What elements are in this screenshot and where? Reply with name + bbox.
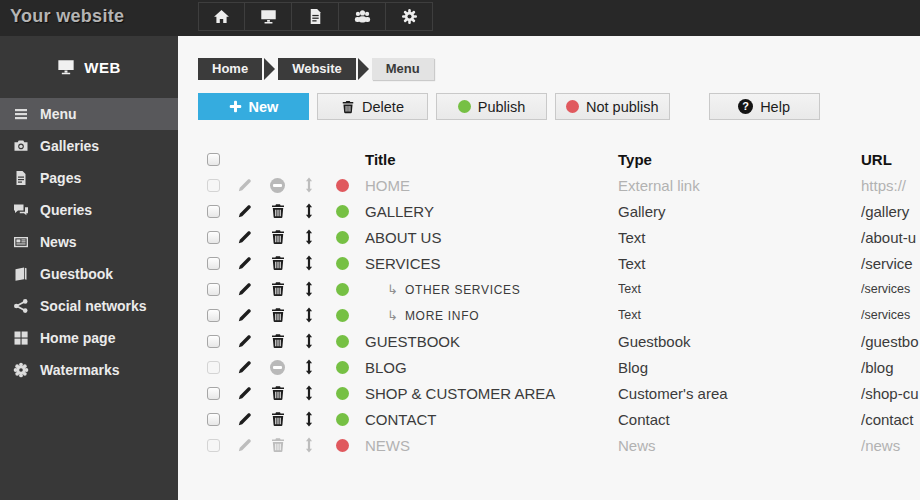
row-checkbox[interactable]: [207, 413, 220, 426]
edit-icon[interactable]: [237, 307, 253, 323]
table-row: GUESTBOOK Guestbook /guestbo: [198, 328, 920, 354]
sidebar-item-galleries[interactable]: Galleries: [0, 130, 178, 162]
edit-icon[interactable]: [237, 385, 253, 401]
status-dot: [336, 179, 349, 192]
row-checkbox[interactable]: [207, 361, 220, 374]
move-icon[interactable]: [301, 177, 317, 193]
button-label: Delete: [362, 99, 404, 115]
site-title: Your website: [10, 6, 124, 27]
breadcrumb-home[interactable]: Home: [198, 58, 262, 80]
pages-icon[interactable]: [292, 2, 339, 31]
edit-icon[interactable]: [237, 437, 253, 453]
main-content: Home Website Menu New Delete Publish Not…: [178, 36, 920, 500]
row-title: MORE INFO: [360, 308, 618, 323]
status-dot: [336, 439, 349, 452]
row-type: Contact: [618, 411, 861, 428]
sidebar-item-guestbook[interactable]: Guestbook: [0, 258, 178, 290]
status-dot: [336, 413, 349, 426]
sidebar-item-pages[interactable]: Pages: [0, 162, 178, 194]
row-checkbox[interactable]: [207, 309, 220, 322]
delete-button[interactable]: Delete: [317, 93, 428, 120]
row-type: Gallery: [618, 203, 861, 220]
edit-icon[interactable]: [237, 333, 253, 349]
minus-circle-icon[interactable]: [270, 178, 285, 193]
move-icon[interactable]: [301, 203, 317, 219]
select-all-checkbox[interactable]: [207, 153, 220, 166]
table-header: Title Type URL: [198, 146, 920, 172]
breadcrumb-website[interactable]: Website: [278, 58, 356, 80]
row-url: /service: [861, 255, 920, 272]
sidebar-item-watermarks[interactable]: Watermarks: [0, 354, 178, 386]
row-url: /news: [861, 437, 920, 454]
sidebar-item-label: Watermarks: [40, 362, 120, 378]
row-checkbox[interactable]: [207, 387, 220, 400]
trash-icon[interactable]: [270, 281, 286, 297]
trash-icon[interactable]: [270, 333, 286, 349]
trash-icon[interactable]: [270, 229, 286, 245]
minus-circle-icon[interactable]: [270, 360, 285, 375]
move-icon[interactable]: [301, 307, 317, 323]
column-header-url: URL: [861, 151, 920, 168]
move-icon[interactable]: [301, 255, 317, 271]
row-checkbox[interactable]: [207, 179, 220, 192]
toolbar: New Delete Publish Not publish Help: [198, 93, 920, 120]
row-checkbox[interactable]: [207, 335, 220, 348]
publish-button[interactable]: Publish: [436, 93, 547, 120]
move-icon[interactable]: [301, 359, 317, 375]
topnav: [198, 2, 433, 31]
edit-icon[interactable]: [237, 359, 253, 375]
home-icon[interactable]: [198, 2, 245, 31]
red-dot-icon: [566, 100, 579, 113]
row-checkbox[interactable]: [207, 205, 220, 218]
edit-icon[interactable]: [237, 203, 253, 219]
status-dot: [336, 205, 349, 218]
sidebar-item-social-networks[interactable]: Social networks: [0, 290, 178, 322]
users-icon[interactable]: [339, 2, 386, 31]
move-icon[interactable]: [301, 385, 317, 401]
trash-icon[interactable]: [270, 203, 286, 219]
help-button[interactable]: Help: [709, 93, 820, 120]
row-checkbox[interactable]: [207, 231, 220, 244]
table-row: HOME External link https://: [198, 172, 920, 198]
row-type: Text: [618, 308, 861, 322]
move-icon[interactable]: [301, 333, 317, 349]
trash-icon[interactable]: [270, 437, 286, 453]
status-dot: [336, 387, 349, 400]
trash-icon[interactable]: [270, 255, 286, 271]
table-body: HOME External link https:// GALLERY Gall…: [198, 172, 920, 458]
new-button[interactable]: New: [198, 93, 309, 120]
sidebar-item-home-page[interactable]: Home page: [0, 322, 178, 354]
trash-icon[interactable]: [270, 411, 286, 427]
trash-icon[interactable]: [270, 385, 286, 401]
row-type: News: [618, 437, 861, 454]
move-icon[interactable]: [301, 229, 317, 245]
table-row: MORE INFO Text /services: [198, 302, 920, 328]
not-publish-button[interactable]: Not publish: [555, 93, 670, 120]
table-row: OTHER SERVICES Text /services: [198, 276, 920, 302]
sidebar-item-news[interactable]: News: [0, 226, 178, 258]
row-checkbox[interactable]: [207, 257, 220, 270]
newspaper-icon: [13, 234, 29, 250]
row-type: Text: [618, 282, 861, 296]
edit-icon[interactable]: [237, 255, 253, 271]
row-url: /services: [861, 308, 920, 322]
sidebar-item-menu[interactable]: Menu: [0, 98, 178, 130]
edit-icon[interactable]: [237, 177, 253, 193]
status-dot: [336, 231, 349, 244]
move-icon[interactable]: [301, 437, 317, 453]
move-icon[interactable]: [301, 281, 317, 297]
row-title: CONTACT: [360, 411, 618, 428]
edit-icon[interactable]: [237, 411, 253, 427]
row-checkbox[interactable]: [207, 439, 220, 452]
menu-table: Title Type URL HOME External link https:…: [198, 146, 920, 458]
edit-icon[interactable]: [237, 281, 253, 297]
sidebar-item-label: Guestbook: [40, 266, 113, 282]
green-dot-icon: [458, 100, 471, 113]
settings-icon[interactable]: [386, 2, 433, 31]
row-checkbox[interactable]: [207, 283, 220, 296]
monitor-icon[interactable]: [245, 2, 292, 31]
trash-icon[interactable]: [270, 307, 286, 323]
sidebar-item-queries[interactable]: Queries: [0, 194, 178, 226]
move-icon[interactable]: [301, 411, 317, 427]
edit-icon[interactable]: [237, 229, 253, 245]
